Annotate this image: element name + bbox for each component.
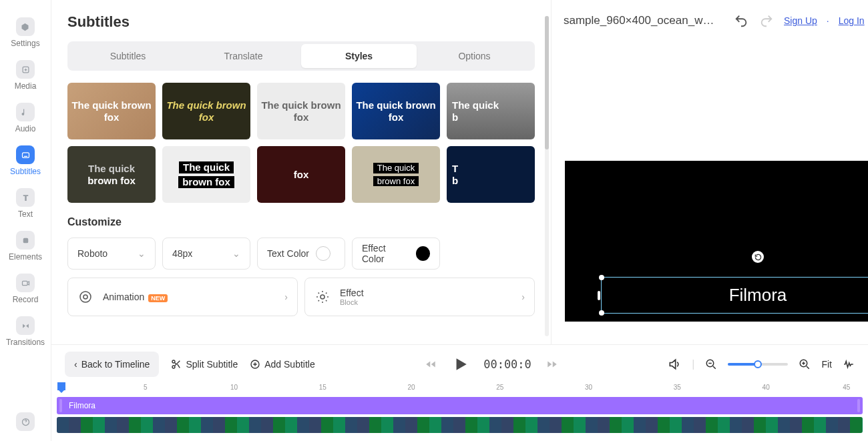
rail-label: Record (13, 295, 39, 304)
resize-handle[interactable] (599, 310, 604, 316)
rail-item-audio[interactable]: Audio (15, 103, 36, 133)
video-track-clip[interactable] (57, 417, 863, 433)
file-name: sample_960×400_ocean_w… (564, 14, 714, 27)
rail-label: Media (15, 81, 37, 91)
fit-button[interactable]: Fit (821, 359, 832, 370)
tab-styles[interactable]: Styles (301, 44, 417, 68)
chevron-right-icon: › (284, 292, 288, 302)
ruler-tick: 30 (585, 384, 592, 391)
back-to-timeline-button[interactable]: ‹ Back to Timeline (65, 352, 159, 377)
settings-icon (16, 17, 35, 36)
rail-item-settings[interactable]: Settings (11, 17, 39, 48)
signup-link[interactable]: Sign Up (784, 15, 817, 26)
rail-item-text[interactable]: Text (16, 188, 35, 219)
style-preset-3[interactable]: The quick brown fox (257, 83, 345, 139)
font-size-select[interactable]: 48px ⌄ (162, 238, 250, 270)
rail-label: Audio (15, 124, 36, 133)
style-preset-5[interactable]: The quickb (447, 83, 535, 139)
tab-options[interactable]: Options (417, 44, 532, 68)
ruler-tick: 35 (674, 384, 681, 391)
style-preset-10[interactable]: Tb (447, 146, 535, 203)
animation-label: Animation (103, 292, 144, 302)
rail-label: Elements (9, 252, 42, 262)
rail-item-transitions[interactable]: Transitions (6, 316, 45, 347)
chevron-right-icon: › (521, 292, 525, 302)
ruler-tick: 10 (230, 384, 238, 391)
effect-color-label: Effect Color (362, 243, 409, 264)
style-preset-9[interactable]: The quickbrown fox (352, 146, 440, 203)
text-color-picker[interactable]: Text Color (257, 238, 345, 270)
svg-marker-0 (22, 23, 29, 30)
fast-forward-button[interactable] (546, 358, 558, 370)
record-icon (16, 274, 35, 292)
rail-item-subtitles[interactable]: Subtitles (10, 145, 41, 176)
text-color-swatch (316, 246, 331, 261)
panel-tabs: Subtitles Translate Styles Options (67, 41, 535, 71)
font-select[interactable]: Roboto ⌄ (67, 238, 156, 270)
subtitle-text: Filmora (729, 285, 787, 306)
style-preset-6[interactable]: The quickbrown fox (67, 146, 156, 203)
effect-value: Block (340, 298, 364, 306)
timecode: 00:00:0 (483, 358, 531, 371)
style-preset-1[interactable]: The quick brown fox (67, 83, 156, 139)
volume-button[interactable] (668, 358, 681, 371)
login-link[interactable]: Log In (839, 15, 865, 26)
size-value: 48px (172, 248, 232, 259)
resize-handle[interactable] (599, 275, 604, 280)
svg-point-6 (83, 295, 87, 299)
ruler-tick: 20 (408, 384, 415, 391)
transitions-icon (16, 316, 35, 335)
style-preset-4[interactable]: The quick brown fox (352, 83, 440, 139)
video-preview[interactable]: Filmora (565, 161, 868, 322)
svg-point-7 (80, 292, 91, 302)
add-subtitle-button[interactable]: Add Subtitle (250, 359, 315, 370)
effect-icon (314, 289, 331, 305)
rail-label: Transitions (6, 338, 45, 347)
redo-button[interactable] (758, 13, 775, 29)
zoom-out-button[interactable] (705, 358, 717, 370)
ruler-tick: 15 (319, 384, 327, 391)
clip-label: Filmora (69, 401, 95, 410)
tab-subtitles[interactable]: Subtitles (70, 44, 186, 68)
rewind-button[interactable] (425, 358, 437, 370)
timeline: ‹ Back to Timeline Split Subtitle Add Su… (51, 344, 868, 441)
play-button[interactable] (451, 356, 469, 373)
rail-item-media[interactable]: Media (15, 60, 37, 91)
waveform-button[interactable] (843, 358, 855, 370)
font-value: Roboto (77, 248, 138, 259)
ruler-tick: 40 (763, 384, 770, 391)
svg-rect-2 (22, 152, 29, 157)
zoom-in-button[interactable] (799, 358, 811, 370)
resize-handle[interactable] (598, 291, 600, 300)
subtitles-icon (16, 145, 35, 164)
media-icon (16, 60, 35, 79)
playhead[interactable] (57, 382, 65, 390)
undo-button[interactable] (733, 13, 749, 29)
elements-icon (16, 231, 35, 250)
rail-label: Subtitles (10, 167, 41, 176)
subtitle-track-clip[interactable]: Filmora (57, 397, 863, 414)
new-badge: NEW (148, 294, 168, 302)
panel-scrollbar[interactable] (545, 16, 549, 336)
effect-color-picker[interactable]: Effect Color (352, 238, 440, 270)
subtitle-bounding-box[interactable]: Filmora (601, 277, 868, 314)
rotate-handle[interactable] (752, 251, 764, 263)
rail-item-record[interactable]: Record (13, 274, 39, 304)
style-preset-2[interactable]: The quick brown fox (162, 83, 250, 139)
zoom-slider[interactable] (728, 363, 788, 366)
split-subtitle-button[interactable]: Split Subtitle (171, 359, 238, 370)
effect-label: Effect (340, 288, 364, 298)
svg-rect-4 (22, 281, 27, 285)
ruler-tick: 25 (496, 384, 503, 391)
top-bar: sample_960×400_ocean_w… Sign Up · Log In… (552, 0, 868, 41)
effect-option[interactable]: Effect Block › (304, 278, 535, 316)
style-preset-7[interactable]: The quickbrown fox (162, 146, 250, 203)
plus-icon (250, 359, 260, 370)
rail-item-elements[interactable]: Elements (9, 231, 42, 262)
ruler-tick: 5 (144, 384, 148, 391)
timeline-ruler[interactable]: 5 10 15 20 25 30 35 40 45 (57, 384, 863, 397)
style-preset-8[interactable]: fox (257, 146, 345, 203)
rail-item-help[interactable] (16, 412, 35, 431)
animation-option[interactable]: AnimationNEW › (67, 278, 298, 316)
tab-translate[interactable]: Translate (186, 44, 301, 68)
